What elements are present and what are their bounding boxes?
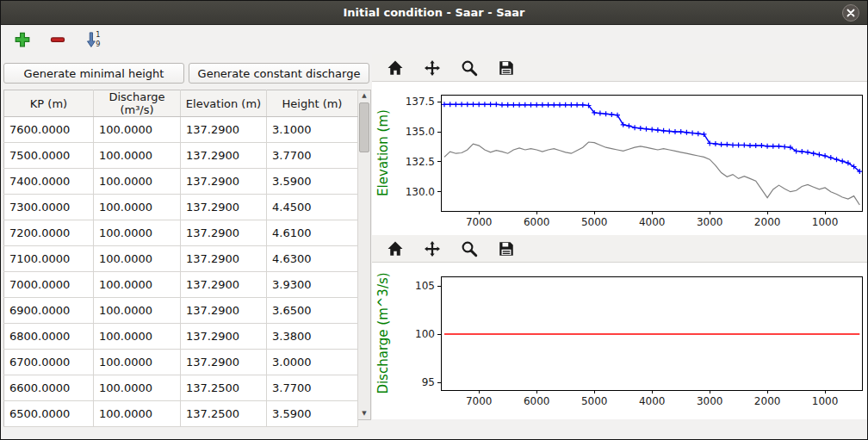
scroll-up-button[interactable]: ▲ [358,90,370,102]
table-cell[interactable]: 100.0000 [94,169,181,195]
table-cell[interactable]: 7100.0000 [4,246,94,272]
plot-area[interactable] [441,276,862,390]
home-button[interactable] [386,58,408,78]
save-button[interactable] [497,58,519,78]
table-cell[interactable]: 6600.0000 [4,375,94,401]
table-cell[interactable]: 3.5900 [267,169,358,195]
x-tick-label: 1000 [812,216,839,228]
table-cell[interactable]: 137.2900 [181,324,267,350]
scroll-down-button[interactable]: ▼ [358,408,370,419]
plot-area[interactable] [441,95,862,211]
x-tick-label: 1000 [812,395,839,407]
zoom-icon [461,59,478,77]
remove-row-button[interactable] [47,28,70,51]
pan-button[interactable] [423,239,445,259]
table-cell[interactable]: 137.2900 [181,246,267,272]
table-row: 7500.0000100.0000137.29003.7700 [4,143,358,169]
table-cell[interactable]: 100.0000 [94,375,181,401]
table-cell[interactable]: 3.1000 [267,117,358,143]
up-arrow-icon: ▲ [362,93,366,99]
table-cell[interactable]: 4.4500 [267,195,358,220]
table-cell[interactable]: 7000.0000 [4,272,94,298]
table-cell[interactable]: 100.0000 [94,143,181,169]
add-row-button[interactable] [12,28,34,51]
svg-text:9: 9 [96,40,100,48]
table-row: 6600.0000100.0000137.25003.7700 [4,375,358,401]
table-cell[interactable]: 137.2900 [181,143,267,169]
table-cell[interactable]: 3.3800 [267,324,358,350]
discharge-chart[interactable]: 700060005000400030002000100095100105Disc… [372,263,866,409]
table-cell[interactable]: 3.7700 [267,375,358,401]
table-cell[interactable]: 3.7700 [267,143,358,169]
table-cell[interactable]: 7300.0000 [4,195,94,220]
table-cell[interactable]: 100.0000 [94,350,181,375]
table-row: 7000.0000100.0000137.29003.9300 [4,272,358,298]
table-cell[interactable]: 137.2500 [181,375,267,401]
home-button[interactable] [386,239,408,259]
table-cell[interactable]: 137.2900 [181,169,267,195]
column-header[interactable]: Elevation (m) [181,90,267,117]
table-cell[interactable]: 100.0000 [94,401,181,427]
sort-button[interactable]: 1 9 [83,28,105,51]
table-scrollbar[interactable]: ▲ ▼ [358,90,371,420]
generate-constant-discharge-button[interactable]: Generate constant discharge [189,63,369,84]
table-cell[interactable]: 137.2900 [181,350,267,375]
close-icon [846,8,856,18]
table-cell[interactable]: 6900.0000 [4,298,94,324]
table-cell[interactable]: 6800.0000 [4,324,94,350]
table-cell[interactable]: 137.2500 [181,401,267,427]
table-cell[interactable]: 6500.0000 [4,401,94,427]
table-row: 6900.0000100.0000137.29003.6500 [4,298,358,324]
table-cell[interactable]: 100.0000 [94,298,181,324]
table-cell[interactable]: 7500.0000 [4,143,94,169]
y-tick-label: 100 [415,328,435,340]
table-cell[interactable]: 137.2900 [181,220,267,246]
column-header[interactable]: KP (m) [4,90,94,117]
table-cell[interactable]: 100.0000 [94,220,181,246]
table-cell[interactable]: 137.2900 [181,195,267,220]
table-cell[interactable]: 100.0000 [94,246,181,272]
home-icon [387,240,404,257]
column-header[interactable]: Discharge (m³/s) [94,90,181,117]
table-cell[interactable]: 3.9300 [267,272,358,298]
elevation-plot-toolbar [372,54,867,82]
zoom-button[interactable] [460,58,482,78]
table-cell[interactable]: 7600.0000 [4,117,94,143]
pan-button[interactable] [423,58,445,78]
close-button[interactable] [842,4,859,22]
table-row: 7300.0000100.0000137.29004.4500 [4,195,358,220]
table-cell[interactable]: 100.0000 [94,324,181,350]
x-tick-label: 6000 [524,216,550,228]
table-cell[interactable]: 4.6100 [267,220,358,246]
sort-icon: 1 9 [84,31,102,48]
y-tick-label: 132.5 [406,156,435,168]
generate-minimal-height-button[interactable]: Generate minimal height [3,63,184,84]
table-cell[interactable]: 137.2900 [181,272,267,298]
elevation-chart[interactable]: 7000600050004000300020001000130.0132.513… [372,82,866,235]
table-cell[interactable]: 3.5900 [267,401,358,427]
table-cell[interactable]: 3.6500 [267,298,358,324]
table-cell[interactable]: 137.2900 [181,117,267,143]
save-icon [498,59,515,77]
table-cell[interactable]: 100.0000 [94,272,181,298]
table-cell[interactable]: 6700.0000 [4,350,94,375]
window-title: Initial condition - Saar - Saar [343,6,524,19]
table-cell[interactable]: 3.0000 [267,350,358,375]
titlebar[interactable]: Initial condition - Saar - Saar [1,1,867,25]
table-cell[interactable]: 7400.0000 [4,169,94,195]
column-header[interactable]: Height (m) [267,90,358,117]
table-row: 6800.0000100.0000137.29003.3800 [4,324,358,350]
down-arrow-icon: ▼ [362,411,366,417]
save-button[interactable] [497,239,519,259]
table-cell[interactable]: 100.0000 [94,117,181,143]
table-cell[interactable]: 100.0000 [94,195,181,220]
table-cell[interactable]: 137.2900 [181,298,267,324]
table-row: 6700.0000100.0000137.29003.0000 [4,350,358,375]
zoom-button[interactable] [460,239,482,259]
x-tick-label: 5000 [581,395,608,407]
scrollbar-track[interactable] [358,102,370,408]
table-cell[interactable]: 4.6300 [267,246,358,272]
pan-icon [424,59,441,77]
scrollbar-thumb[interactable] [359,102,369,152]
table-cell[interactable]: 7200.0000 [4,220,94,246]
